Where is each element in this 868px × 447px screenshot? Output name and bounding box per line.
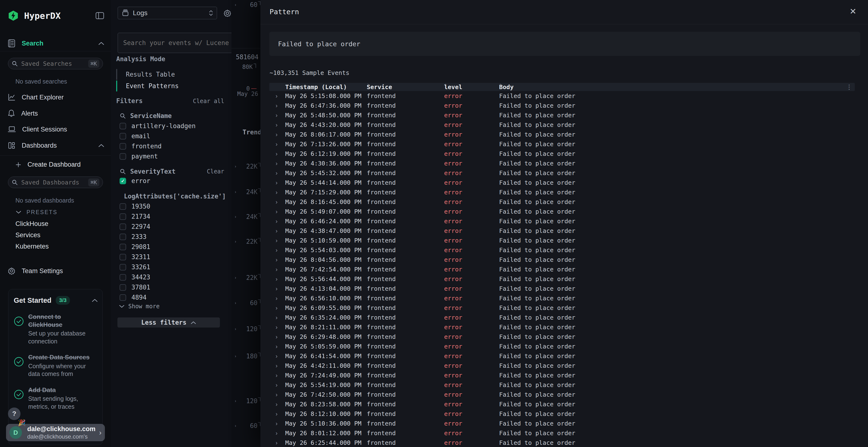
table-row[interactable]: › May 26 7:15:29.000 PM frontend error F… <box>269 187 855 197</box>
close-icon[interactable]: ✕ <box>850 7 857 15</box>
chevron-right-icon[interactable]: › <box>276 170 278 176</box>
chevron-right-icon[interactable]: › <box>276 256 278 263</box>
filter-option[interactable]: ✓ email <box>120 131 224 141</box>
col-level[interactable]: level <box>444 83 462 91</box>
create-dashboard-button[interactable]: Create Dashboard <box>16 161 81 168</box>
checkbox[interactable]: ✓ <box>120 153 126 160</box>
chevron-right-icon[interactable]: › <box>276 353 278 359</box>
filter-option[interactable]: ✓ payment <box>120 151 224 161</box>
filter-option[interactable]: ✓ error <box>120 176 224 186</box>
table-row[interactable]: › May 26 8:04:56.000 PM frontend error F… <box>269 255 855 265</box>
chevron-right-icon[interactable]: › <box>276 150 278 157</box>
table-row[interactable]: › May 26 8:06:17.000 PM frontend error F… <box>269 130 855 139</box>
chevron-right-icon[interactable]: › <box>276 411 278 417</box>
filter-option[interactable]: ✓ 34423 <box>120 272 224 282</box>
table-row[interactable]: › May 26 5:10:36.000 PM frontend error F… <box>269 419 855 428</box>
pattern-row-partial[interactable]: › 24K <box>231 212 260 221</box>
chevron-right-icon[interactable]: › <box>276 179 278 186</box>
chevron-right-icon[interactable]: › <box>276 112 278 119</box>
magnifier-icon[interactable] <box>120 168 126 175</box>
chevron-right-icon[interactable]: › <box>235 424 236 428</box>
chevron-right-icon[interactable]: › <box>235 3 236 7</box>
get-started-item[interactable]: Add Data Start sending logs, metrics, or… <box>14 386 98 411</box>
chevron-right-icon[interactable]: › <box>276 247 278 253</box>
table-row[interactable]: › May 26 4:38:47.000 PM frontend error F… <box>269 226 855 236</box>
pattern-row-partial[interactable]: › 22K <box>231 273 260 282</box>
table-row[interactable]: › May 26 5:54:19.000 PM frontend error F… <box>269 380 855 390</box>
chevron-right-icon[interactable]: › <box>276 391 278 398</box>
sidebar-item-client-sessions[interactable]: Client Sessions <box>8 123 104 136</box>
source-settings-gear-icon[interactable] <box>223 9 231 18</box>
table-row[interactable]: › May 26 8:23:58.000 PM frontend error F… <box>269 400 855 409</box>
chevron-right-icon[interactable]: › <box>276 276 278 282</box>
pattern-row-partial[interactable]: › 22K <box>231 237 260 246</box>
chevron-right-icon[interactable]: › <box>276 266 278 273</box>
clear-severity-link[interactable]: Clear <box>207 168 224 175</box>
chevron-right-icon[interactable]: › <box>276 102 278 109</box>
chevron-right-icon[interactable]: › <box>276 314 278 321</box>
filter-option[interactable]: ✓ 37801 <box>120 282 224 293</box>
chevron-right-icon[interactable]: › <box>235 327 236 331</box>
table-row[interactable]: › May 26 6:35:24.000 PM frontend error F… <box>269 313 855 322</box>
table-row[interactable]: › May 26 7:42:54.000 PM frontend error F… <box>269 265 855 274</box>
pattern-row-partial[interactable]: › 24K <box>231 187 260 197</box>
table-row[interactable]: › May 26 5:54:03.000 PM frontend error F… <box>269 245 855 255</box>
table-row[interactable]: › May 26 6:25:44.000 PM frontend error F… <box>269 438 855 447</box>
user-menu[interactable]: D dale@clickhouse.com dale@clickhouse.co… <box>6 424 105 441</box>
table-row[interactable]: › May 26 8:12:10.000 PM frontend error F… <box>269 409 855 419</box>
checkbox[interactable]: ✓ <box>120 284 126 291</box>
show-more-link[interactable]: Show more <box>119 303 160 310</box>
preset-dashboard-link[interactable]: Services <box>16 232 40 239</box>
sidebar-item-alerts[interactable]: Alerts <box>8 107 104 120</box>
chevron-right-icon[interactable]: › <box>276 131 278 138</box>
checkbox[interactable]: ✓ <box>120 254 126 260</box>
table-row[interactable]: › May 26 5:48:50.000 PM frontend error F… <box>269 110 855 120</box>
chevron-right-icon[interactable]: › <box>276 141 278 148</box>
get-started-item[interactable]: Create Data Sources Configure where your… <box>14 353 98 378</box>
checkbox[interactable]: ✓ <box>120 224 126 230</box>
sidebar-item-chart-explorer[interactable]: Chart Explorer <box>8 91 104 104</box>
filter-option[interactable]: ✓ 32311 <box>120 252 224 262</box>
chevron-right-icon[interactable]: › <box>276 228 278 234</box>
chevron-right-icon[interactable]: › <box>235 276 236 280</box>
pattern-row-partial[interactable]: › 60 <box>231 421 260 431</box>
column-resize-handle[interactable]: ⋮ <box>365 84 366 90</box>
checkbox[interactable]: ✓ <box>120 123 126 129</box>
saved-dashboards-field[interactable] <box>21 179 88 186</box>
filter-option[interactable]: ✓ 19350 <box>120 201 224 211</box>
filter-option[interactable]: ✓ 4894 <box>120 293 224 303</box>
checkbox[interactable]: ✓ <box>120 234 126 240</box>
chevron-right-icon[interactable]: › <box>276 324 278 331</box>
magnifier-icon[interactable] <box>120 113 126 119</box>
chevron-right-icon[interactable]: › <box>276 401 278 408</box>
checkbox[interactable]: ✓ <box>120 264 126 271</box>
preset-dashboard-link[interactable]: Kubernetes <box>16 243 49 250</box>
get-started-item[interactable]: Connect to ClickHouse Set up your databa… <box>14 313 98 345</box>
sidebar-item-team-settings[interactable]: Team Settings <box>8 265 104 277</box>
chevron-right-icon[interactable]: › <box>276 430 278 437</box>
chevron-right-icon[interactable]: › <box>276 208 278 215</box>
chevron-right-icon[interactable]: › <box>276 382 278 388</box>
pattern-row-partial[interactable]: › 22K <box>231 162 260 171</box>
chevron-right-icon[interactable]: › <box>276 93 278 100</box>
chevron-right-icon[interactable]: › <box>276 189 278 196</box>
col-service[interactable]: Service <box>367 83 392 91</box>
checkbox[interactable]: ✓ <box>120 143 126 149</box>
table-row[interactable]: › May 26 6:41:54.000 PM frontend error F… <box>269 351 855 361</box>
chevron-right-icon[interactable]: › <box>276 334 278 340</box>
table-row[interactable]: › May 26 5:05:59.000 PM frontend error F… <box>269 342 855 351</box>
table-row[interactable]: › May 26 6:12:19.000 PM frontend error F… <box>269 149 855 159</box>
table-row[interactable]: › May 26 4:42:11.000 PM frontend error F… <box>269 361 855 371</box>
analysis-mode-option[interactable]: Results Table <box>116 69 227 80</box>
table-row[interactable]: › May 26 6:47:36.000 PM frontend error F… <box>269 101 855 110</box>
chevron-right-icon[interactable]: › <box>235 354 236 358</box>
chevron-right-icon[interactable]: › <box>235 164 236 169</box>
table-row[interactable]: › May 26 5:56:44.000 PM frontend error F… <box>269 274 855 284</box>
analysis-mode-option[interactable]: Event Patterns <box>116 80 227 92</box>
table-row[interactable]: › May 26 6:46:24.000 PM frontend error F… <box>269 216 855 226</box>
table-row[interactable]: › May 26 4:13:04.000 PM frontend error F… <box>269 284 855 294</box>
col-body[interactable]: Body <box>499 83 514 91</box>
saved-searches-input[interactable]: ⌘K <box>8 58 103 69</box>
chevron-right-icon[interactable]: › <box>235 301 236 305</box>
table-row[interactable]: › May 26 5:45:32.000 PM frontend error F… <box>269 168 855 178</box>
